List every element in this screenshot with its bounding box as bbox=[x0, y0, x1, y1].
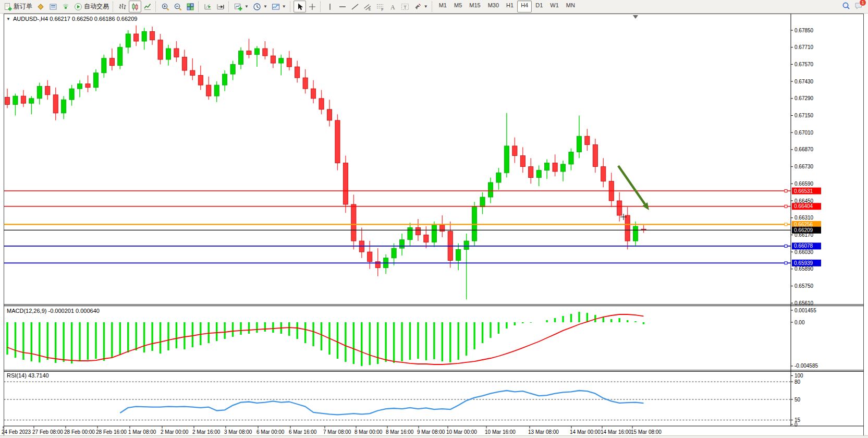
chevron-down-icon[interactable]: ▼ bbox=[6, 17, 10, 21]
line-handle[interactable] bbox=[785, 245, 787, 247]
indicators-button[interactable]: ▼ bbox=[232, 1, 251, 13]
rsi-indicator-label: RSI(14) 43.7140 bbox=[7, 372, 49, 379]
trendline-button[interactable] bbox=[349, 1, 361, 13]
date-tick-label: 15 Mar 08:00 bbox=[631, 429, 662, 435]
notification-badge: 1 bbox=[859, 0, 866, 6]
candle-body bbox=[560, 164, 565, 172]
timeframe-button-d1[interactable]: D1 bbox=[532, 1, 546, 13]
tile-windows-button[interactable] bbox=[184, 1, 197, 13]
vline-icon bbox=[326, 3, 334, 11]
zoom-out-button[interactable] bbox=[172, 1, 184, 13]
svg-text:E: E bbox=[369, 7, 371, 10]
template-icon bbox=[272, 3, 280, 11]
channel-button[interactable]: E bbox=[361, 1, 374, 13]
gold-diamond-button[interactable] bbox=[34, 1, 47, 13]
text-button[interactable]: A bbox=[386, 1, 399, 13]
price-tick-label: 0.65890 bbox=[794, 266, 814, 272]
arrows-icon bbox=[413, 3, 422, 11]
autoscroll-button[interactable] bbox=[202, 1, 214, 13]
line-handle[interactable] bbox=[785, 190, 787, 192]
date-tick-label: 24 Feb 2023 bbox=[2, 429, 31, 435]
hline-button[interactable] bbox=[336, 1, 349, 13]
timeframe-button-h1[interactable]: H1 bbox=[503, 1, 517, 13]
line-chart-icon bbox=[143, 3, 152, 11]
dropdown-caret-icon[interactable]: ▼ bbox=[244, 4, 249, 9]
candle-body bbox=[190, 70, 195, 75]
timeframe-button-m1[interactable]: M1 bbox=[435, 1, 450, 13]
date-tick-label: 10 Mar 16:00 bbox=[485, 429, 516, 435]
toolbar-separator bbox=[320, 2, 322, 12]
line-handle[interactable] bbox=[785, 223, 787, 226]
price-badge-label: 0.66209 bbox=[794, 227, 813, 233]
svg-text:F: F bbox=[381, 7, 383, 11]
timeframe-button-m5[interactable]: M5 bbox=[450, 1, 466, 13]
price-tick-label: 0.66590 bbox=[794, 181, 814, 187]
signals-button[interactable] bbox=[59, 1, 72, 13]
gold-diamond-icon bbox=[36, 3, 45, 11]
price-tick-label: 0.67570 bbox=[794, 62, 814, 67]
zoom-in-icon bbox=[161, 3, 169, 11]
chart-canvas[interactable]: 0.678500.677100.675700.674300.672900.671… bbox=[0, 0, 868, 438]
fibonacci-button[interactable]: F bbox=[374, 1, 386, 13]
autotrading-button[interactable]: 自动交易 bbox=[72, 1, 111, 13]
candle-body bbox=[488, 182, 493, 197]
candle-body bbox=[303, 78, 308, 89]
candle-body bbox=[29, 99, 34, 103]
candle-body bbox=[62, 100, 66, 113]
line-chart-button[interactable] bbox=[141, 1, 154, 13]
macd-tick-label: 0.00 bbox=[794, 320, 805, 325]
candle-body bbox=[263, 48, 267, 56]
candlestick-button[interactable] bbox=[129, 1, 141, 13]
candle-body bbox=[150, 31, 155, 40]
crosshair-button[interactable] bbox=[306, 1, 319, 13]
timeframe-button-m30[interactable]: M30 bbox=[484, 1, 503, 13]
clock-icon bbox=[253, 3, 261, 11]
timeframe-button-h4[interactable]: H4 bbox=[517, 1, 532, 13]
zoom-in-button[interactable] bbox=[159, 1, 172, 13]
candle-body bbox=[77, 84, 82, 89]
notifications-button[interactable]: 1 bbox=[854, 2, 863, 12]
candle-body bbox=[327, 110, 332, 120]
market-depth-button[interactable] bbox=[47, 1, 59, 13]
chart-title: ▼AUDUSD-,H4 0.66217 0.66250 0.66186 0.66… bbox=[6, 16, 137, 22]
dropdown-caret-icon[interactable]: ▼ bbox=[263, 4, 267, 9]
candle-body bbox=[238, 51, 243, 65]
candle-body bbox=[182, 57, 187, 70]
timeframe-button-w1[interactable]: W1 bbox=[546, 1, 563, 13]
chart-title-text: AUDUSD-,H4 0.66217 0.66250 0.66186 0.662… bbox=[13, 16, 138, 22]
candle-body bbox=[142, 31, 146, 41]
trendline-icon bbox=[351, 3, 359, 11]
price-tick-label: 0.67710 bbox=[794, 44, 814, 50]
new-order-button[interactable]: 新订单 bbox=[2, 1, 34, 13]
bar-chart-icon bbox=[118, 3, 127, 11]
line-handle[interactable] bbox=[785, 262, 787, 264]
periods-button[interactable]: ▼ bbox=[251, 1, 270, 13]
search-button[interactable] bbox=[842, 2, 850, 12]
price-tick-label: 0.67290 bbox=[794, 95, 814, 101]
vline-button[interactable] bbox=[324, 1, 336, 13]
candle-body bbox=[593, 145, 597, 167]
label-button[interactable]: T bbox=[399, 1, 411, 13]
chart-shift-button[interactable] bbox=[214, 1, 227, 13]
fibonacci-icon: F bbox=[376, 3, 384, 11]
new-order-button-label: 新订单 bbox=[14, 2, 32, 11]
svg-text:A: A bbox=[390, 3, 395, 10]
timeframe-button-mn[interactable]: MN bbox=[563, 1, 579, 13]
candle-body bbox=[126, 34, 130, 47]
timeframe-button-m15[interactable]: M15 bbox=[466, 1, 484, 13]
signal-icon bbox=[62, 3, 70, 11]
date-tick-label: 8 Mar 16:00 bbox=[386, 429, 414, 435]
candle-body bbox=[480, 197, 485, 207]
autoscroll-icon bbox=[204, 3, 212, 11]
dropdown-caret-icon[interactable]: ▼ bbox=[424, 4, 428, 9]
date-tick-label: 9 Mar 08:00 bbox=[417, 429, 445, 435]
price-tick-label: 0.66030 bbox=[794, 249, 814, 255]
zoom-out-icon bbox=[174, 3, 182, 11]
templates-button[interactable]: ▼ bbox=[270, 1, 288, 13]
cursor-button[interactable] bbox=[294, 1, 306, 13]
rsi-tick-label: 100 bbox=[794, 373, 803, 379]
line-handle[interactable] bbox=[785, 205, 787, 208]
bar-chart-button[interactable] bbox=[116, 1, 129, 13]
arrows-button[interactable]: ▼ bbox=[411, 1, 430, 13]
dropdown-caret-icon[interactable]: ▼ bbox=[282, 4, 286, 9]
